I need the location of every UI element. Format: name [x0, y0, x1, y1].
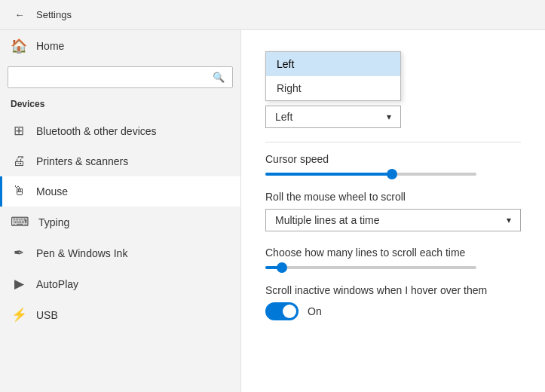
title-text: Settings [36, 9, 72, 20]
sidebar-item-pen[interactable]: ✒ Pen & Windows Ink [0, 237, 240, 268]
toggle-knob [283, 305, 296, 318]
pen-label: Pen & Windows Ink [36, 247, 127, 259]
cursor-speed-section: Cursor speed [265, 153, 521, 176]
lines-scroll-label: Choose how many lines to scroll each tim… [265, 247, 521, 259]
printers-label: Printers & scanners [36, 155, 128, 167]
mouse-icon: 🖱 [11, 184, 27, 199]
scroll-inactive-toggle[interactable] [265, 302, 299, 320]
sidebar-item-usb[interactable]: ⚡ USB [0, 299, 240, 330]
cursor-speed-slider-fill [265, 173, 392, 176]
bluetooth-icon: ⊞ [11, 123, 27, 139]
sidebar-item-typing[interactable]: ⌨ Typing [0, 207, 240, 237]
dropdown-selected-value: Left [275, 111, 292, 123]
mouse-label: Mouse [36, 185, 68, 198]
search-input[interactable] [16, 72, 213, 83]
content-area: Mouse Select your primary button Left Ri… [241, 30, 545, 392]
sidebar-item-autoplay[interactable]: ▶ AutoPlay [0, 268, 240, 299]
lines-scroll-slider-track[interactable] [265, 266, 476, 269]
sidebar: 🏠 Home 🔍 Devices ⊞ Bluetooth & other dev… [0, 30, 241, 392]
scroll-inactive-section: Scroll inactive windows when I hover ove… [265, 284, 521, 320]
sidebar-item-bluetooth[interactable]: ⊞ Bluetooth & other devices [0, 115, 240, 146]
dropdown-option-left[interactable]: Left [266, 52, 400, 76]
search-icon: 🔍 [213, 72, 225, 83]
autoplay-icon: ▶ [11, 276, 27, 292]
lines-scroll-slider-thumb[interactable] [277, 262, 287, 273]
search-box[interactable]: 🔍 [8, 66, 233, 88]
cursor-speed-label: Cursor speed [265, 153, 521, 165]
scroll-dropdown-value: Multiple lines at a time [275, 214, 380, 226]
usb-label: USB [36, 309, 58, 321]
sidebar-item-mouse[interactable]: 🖱 Mouse [0, 176, 240, 207]
sidebar-item-home[interactable]: 🏠 Home [0, 30, 240, 62]
scroll-inactive-toggle-row: On [265, 302, 521, 320]
back-icon: ← [15, 9, 25, 20]
typing-icon: ⌨ [11, 214, 29, 230]
toggle-on-label: On [308, 305, 322, 317]
pen-icon: ✒ [11, 245, 27, 261]
scroll-dropdown-chevron: ▾ [507, 215, 511, 225]
typing-label: Typing [38, 216, 69, 228]
primary-button-dropdown-container: Left Right Left ▾ [265, 106, 401, 128]
scroll-dropdown[interactable]: Multiple lines at a time ▾ [265, 209, 521, 231]
bluetooth-label: Bluetooth & other devices [36, 125, 157, 137]
primary-button-dropdown[interactable]: Left ▾ [265, 106, 401, 128]
scroll-inactive-label: Scroll inactive windows when I hover ove… [265, 284, 521, 296]
roll-wheel-section: Roll the mouse wheel to scroll Multiple … [265, 191, 521, 231]
home-label: Home [36, 40, 64, 52]
title-bar: ← Settings [0, 0, 545, 30]
sidebar-item-printers[interactable]: 🖨 Printers & scanners [0, 146, 240, 176]
home-icon: 🏠 [11, 38, 27, 54]
chevron-down-icon: ▾ [387, 112, 391, 122]
usb-icon: ⚡ [11, 307, 27, 323]
divider-1 [265, 142, 521, 142]
autoplay-label: AutoPlay [36, 278, 78, 290]
roll-wheel-label: Roll the mouse wheel to scroll [265, 191, 521, 203]
primary-button-dropdown-overlay: Left Right [265, 51, 401, 101]
main-layout: 🏠 Home 🔍 Devices ⊞ Bluetooth & other dev… [0, 30, 545, 392]
back-button[interactable]: ← [9, 5, 30, 26]
section-devices-label: Devices [0, 96, 240, 115]
printer-icon: 🖨 [11, 154, 27, 169]
cursor-speed-slider-thumb[interactable] [387, 169, 397, 179]
lines-scroll-section: Choose how many lines to scroll each tim… [265, 247, 521, 269]
dropdown-option-right[interactable]: Right [266, 76, 400, 100]
cursor-speed-slider-track[interactable] [265, 173, 476, 176]
